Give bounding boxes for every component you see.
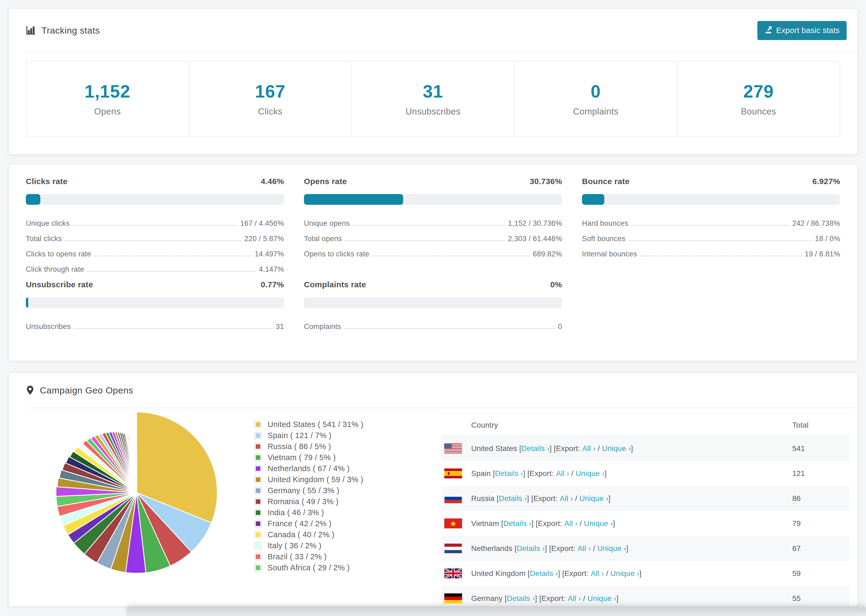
legend-item-brazil[interactable]: Brazil ( 33 / 2% ) [254,551,363,562]
geo-table-row-netherlands: Netherlands [Details ›] [Export: All › /… [441,536,849,561]
details-link[interactable]: Details › [507,594,535,603]
export-unique-link[interactable]: Unique › [584,519,612,528]
export-unique-link[interactable]: Unique › [587,594,616,603]
es-flag-icon [444,468,462,478]
details-link[interactable]: Details › [516,544,545,553]
geo-title: Campaign Geo Opens [26,385,133,396]
legend-item-france[interactable]: France ( 42 / 2% ) [254,518,363,529]
stat-label: Unsubscribes [406,107,461,117]
tracking-stats-title-text: Tracking stats [41,25,100,36]
export-unique-link[interactable]: Unique › [602,444,631,453]
legend-swatch [254,553,262,560]
rates-card: Clicks rate4.46%Unique clicks167 / 4.456… [8,164,858,361]
legend-label: Brazil ( 33 / 2% ) [268,552,327,561]
campaign-geo-opens-card: Campaign Geo Opens United States ( 541 /… [8,372,858,607]
legend-item-spain[interactable]: Spain ( 121 / 7% ) [254,430,363,441]
geo-header: Campaign Geo Opens [26,373,857,408]
legend-label: Netherlands ( 67 / 4% ) [268,464,350,473]
rate-title: Unsubscribe rate [26,280,93,289]
detail-value: 242 / 86.738% [792,219,840,229]
tracking-stats-card: Tracking stats Export basic stats 1,152O… [8,8,858,155]
bracket: [ [526,569,530,578]
slash: / [604,569,611,578]
export-unique-link[interactable]: Unique › [579,494,608,503]
rate-detail-row: Unique clicks167 / 4.456% [26,214,284,229]
rate-progress-bar [304,297,562,308]
export-unique-link[interactable]: Unique › [597,544,626,553]
slash: / [573,494,579,503]
legend-item-canada[interactable]: Canada ( 40 / 2% ) [254,529,363,540]
legend-item-united-states[interactable]: United States ( 541 / 31% ) [254,419,363,430]
export-label: Export: [533,494,560,503]
detail-label: Internal bounces [582,250,637,259]
bracket: ] [616,594,619,603]
legend-item-romania[interactable]: Romania ( 49 / 3% ) [254,496,363,507]
legend-item-germany[interactable]: Germany ( 55 / 3% ) [254,485,363,496]
legend-item-russia[interactable]: Russia ( 86 / 5% ) [254,441,363,452]
rate-detail-row: Unique opens1,152 / 30.736% [304,214,562,229]
legend-item-united-kingdom[interactable]: United Kingdom ( 59 / 3% ) [254,474,363,485]
geo-opens-pie-chart[interactable] [50,407,223,579]
rate-progress-bar [304,194,562,205]
details-link[interactable]: Details › [530,569,558,578]
details-link[interactable]: Details › [504,519,532,528]
export-unique-link[interactable]: Unique › [611,569,639,578]
legend-swatch [254,498,262,505]
legend-item-netherlands[interactable]: Netherlands ( 67 / 4% ) [254,463,363,474]
dotted-leader [373,256,529,256]
bracket: [ [494,494,499,503]
dotted-leader [87,271,256,272]
bar-chart-icon [26,25,36,36]
details-link[interactable]: Details › [495,469,523,478]
bracket: ] [631,444,633,453]
export-unique-link[interactable]: Unique › [576,469,604,478]
export-all-link[interactable]: All › [591,569,604,578]
legend-item-south-africa[interactable]: South Africa ( 29 / 2% ) [254,562,363,573]
legend-item-italy[interactable]: Italy ( 36 / 2% ) [254,540,363,551]
bracket: ] [605,469,607,478]
geo-table-row-united-kingdom: United Kingdom [Details ›] [Export: All … [441,561,849,586]
tracking-stats-header: Tracking stats Export basic stats [26,9,857,53]
legend-item-india[interactable]: India ( 46 / 3% ) [254,507,363,518]
detail-value: 167 / 4.456% [240,219,284,229]
export-label: Export: [538,519,564,528]
export-all-link[interactable]: All › [582,444,595,453]
ru-flag-icon [444,493,462,503]
export-all-link[interactable]: All › [578,544,591,553]
export-all-link[interactable]: All › [556,469,569,478]
detail-value: 2,303 / 61.446% [508,235,562,244]
bracket: ] [ [535,594,542,603]
dotted-leader [345,240,505,241]
detail-label: Opens to clicks rate [304,250,369,259]
rate-progress-bar [26,297,284,308]
geo-table-row-russia: Russia [Details ›] [Export: All › / Uniq… [441,486,849,511]
export-basic-stats-button[interactable]: Export basic stats [757,21,847,40]
campaign-stats-page: { "colors": { "accent_teal": "#1b86a0", … [0,0,866,616]
export-all-link[interactable]: All › [560,494,573,503]
legend-label: France ( 42 / 2% ) [268,519,332,528]
map-pin-icon [26,385,35,396]
rate-progress-bar [26,194,284,205]
country-name: Netherlands [471,544,512,553]
detail-label: Unique opens [304,219,350,229]
bracket: [ [512,544,516,553]
bracket: ] [ [558,569,565,578]
rate-detail-row: Hard bounces242 / 86.738% [582,214,840,229]
export-all-link[interactable]: All › [568,594,581,603]
bracket: ] [608,494,611,503]
stat-label: Bounces [741,107,776,117]
rate-detail-row: Unsubscribes31 [26,317,284,332]
rate-value: 4.46% [261,177,284,186]
rate-block-opens-rate: Opens rate30.736%Unique opens1,152 / 30.… [304,177,562,275]
country-total: 59 [792,561,801,586]
legend-item-vietnam[interactable]: Vietnam ( 79 / 5% ) [254,452,363,463]
slash: / [591,544,597,553]
rate-detail-row: Internal bounces19 / 6.81% [582,244,840,259]
bracket: ] [ [545,544,551,553]
details-link[interactable]: Details › [521,444,550,453]
legend-label: Russia ( 86 / 5% ) [268,442,331,451]
country-total: 67 [792,536,801,561]
us-flag-icon [444,443,462,453]
export-all-link[interactable]: All › [564,519,578,528]
details-link[interactable]: Details › [499,494,527,503]
